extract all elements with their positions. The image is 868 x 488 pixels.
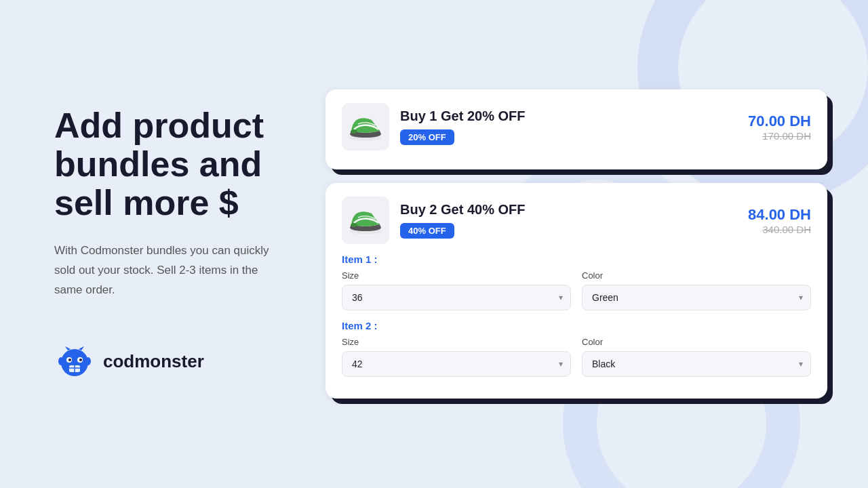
item-2-size-label: Size (342, 337, 571, 347)
bundle-card-2: Buy 2 Get 40% OFF 40% OFF 84.00 DH 340.0… (326, 183, 827, 399)
item-1-color-select[interactable]: Green Blue Red Black White (582, 285, 811, 310)
svg-point-9 (85, 357, 91, 365)
current-price-2: 84.00 DH (748, 206, 811, 224)
item-1-size-wrapper[interactable]: 36 37 38 39 40 41 42 ▾ (342, 285, 571, 310)
original-price-2: 340.00 DH (748, 224, 811, 235)
item-2-color-select[interactable]: Black White Blue Red Green (582, 351, 811, 377)
item-1-size-group: Size 36 37 38 39 40 41 42 ▾ (342, 270, 571, 310)
card-1-price: 70.00 DH 170.00 DH (748, 113, 811, 142)
item-2-color-wrapper[interactable]: Black White Blue Red Green ▾ (582, 351, 811, 377)
bundle-1-title: Buy 1 Get 20% OFF (400, 108, 737, 124)
item-1-size-select[interactable]: 36 37 38 39 40 41 42 (342, 285, 571, 310)
svg-point-11 (351, 129, 357, 134)
item-2-color-label: Color (582, 337, 811, 347)
card-1-header: Buy 1 Get 20% OFF 20% OFF 70.00 DH 170.0… (342, 103, 811, 150)
card-2-price: 84.00 DH 340.00 DH (748, 206, 811, 235)
svg-point-8 (58, 357, 64, 365)
card-2-header: Buy 2 Get 40% OFF 40% OFF 84.00 DH 340.0… (342, 197, 811, 244)
card-1-info: Buy 1 Get 20% OFF 20% OFF (400, 108, 737, 145)
svg-point-4 (79, 359, 82, 361)
item-1-size-label: Size (342, 270, 571, 281)
item-2-variants: Size 36 37 38 39 40 41 42 ▾ (342, 337, 811, 377)
current-price-1: 70.00 DH (748, 113, 811, 130)
item-2-color-group: Color Black White Blue Red Green ▾ (582, 337, 811, 377)
logo-icon (54, 341, 95, 382)
item-2-size-wrapper[interactable]: 36 37 38 39 40 41 42 ▾ (342, 351, 571, 377)
card-2-info: Buy 2 Get 40% OFF 40% OFF (400, 202, 737, 239)
right-panel: Buy 1 Get 20% OFF 20% OFF 70.00 DH 170.0… (312, 62, 868, 426)
item-1-color-label: Color (582, 270, 811, 281)
item-1-color-group: Color Green Blue Red Black White ▾ (582, 270, 811, 310)
item-2-size-select[interactable]: 36 37 38 39 40 41 42 (342, 351, 571, 377)
svg-point-3 (68, 359, 71, 361)
item-1-variants: Size 36 37 38 39 40 41 42 ▾ (342, 270, 811, 310)
discount-badge-2: 40% OFF (400, 223, 454, 239)
logo-text: codmonster (103, 351, 204, 372)
logo-area: codmonster (54, 341, 271, 382)
main-title: Add product bundles and sell more $ (54, 106, 271, 223)
item-2-label: Item 2 : (342, 320, 811, 331)
shoe-icon-2 (346, 204, 385, 237)
shoe-icon-1 (346, 110, 385, 143)
description-text: With Codmonster bundles you can quickly … (54, 241, 271, 300)
left-panel: Add product bundles and sell more $ With… (0, 66, 312, 422)
discount-badge-1: 20% OFF (400, 129, 454, 145)
svg-point-13 (351, 223, 357, 227)
product-image-2 (342, 197, 389, 244)
item-2-size-group: Size 36 37 38 39 40 41 42 ▾ (342, 337, 571, 377)
bundle-card-1: Buy 1 Get 20% OFF 20% OFF 70.00 DH 170.0… (326, 89, 827, 169)
item-1-label: Item 1 : (342, 253, 811, 265)
bundle-card-2-wrapper: Buy 2 Get 40% OFF 40% OFF 84.00 DH 340.0… (326, 183, 827, 399)
original-price-1: 170.00 DH (748, 130, 811, 142)
product-image-1 (342, 103, 389, 150)
bundle-2-title: Buy 2 Get 40% OFF (400, 202, 737, 218)
bundle-card-1-wrapper: Buy 1 Get 20% OFF 20% OFF 70.00 DH 170.0… (326, 89, 827, 169)
item-1-color-wrapper[interactable]: Green Blue Red Black White ▾ (582, 285, 811, 310)
